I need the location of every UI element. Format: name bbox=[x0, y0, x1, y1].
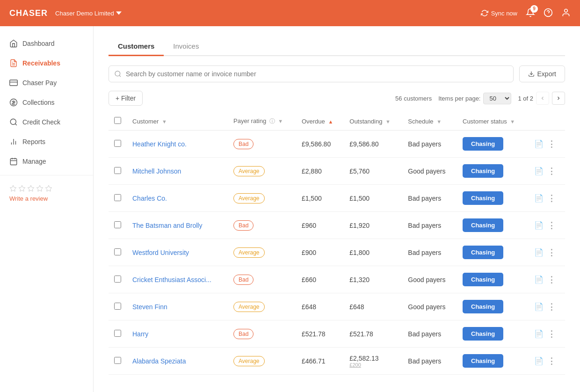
sort-icon-customer[interactable]: ▼ bbox=[162, 119, 167, 124]
sort-icon-overdue[interactable]: ▲ bbox=[328, 119, 333, 124]
svg-rect-5 bbox=[10, 80, 18, 86]
col-overdue: Overdue ▲ bbox=[296, 112, 344, 131]
sidebar-item-collections[interactable]: Collections bbox=[0, 93, 93, 112]
document-icon[interactable]: 📄 bbox=[534, 329, 544, 338]
tab-customers[interactable]: Customers bbox=[109, 37, 164, 56]
sidebar-item-dashboard[interactable]: Dashboard bbox=[0, 34, 93, 53]
customer-link[interactable]: Alabarda Speziata bbox=[132, 357, 186, 365]
schedule-cell: Good payers bbox=[402, 293, 457, 320]
notification-badge: 9 bbox=[530, 5, 538, 13]
sidebar-label-dashboard: Dashboard bbox=[22, 40, 55, 47]
customer-link[interactable]: Cricket Enthusiast Associ... bbox=[132, 276, 211, 283]
search-input[interactable] bbox=[109, 65, 514, 82]
chasing-button[interactable]: Chasing bbox=[463, 191, 503, 205]
row-checkbox[interactable] bbox=[114, 248, 121, 255]
customer-link[interactable]: Steven Finn bbox=[132, 303, 167, 311]
document-icon[interactable]: 📄 bbox=[534, 302, 544, 311]
customer-link[interactable]: Charles Co. bbox=[132, 195, 167, 202]
more-options-icon[interactable]: ⋮ bbox=[547, 275, 556, 285]
sidebar-item-credit-check[interactable]: Credit Check bbox=[0, 112, 93, 132]
document-icon[interactable]: 📄 bbox=[534, 221, 544, 230]
org-selector[interactable]: Chaser Demo Limited bbox=[55, 10, 122, 17]
select-all-checkbox[interactable] bbox=[114, 117, 121, 124]
document-icon[interactable]: 📄 bbox=[534, 194, 544, 203]
more-options-icon[interactable]: ⋮ bbox=[547, 302, 556, 312]
table-row: The Batsman and Brolly Bad £960 £1,920 B… bbox=[109, 212, 565, 239]
sort-icon-outstanding[interactable]: ▼ bbox=[385, 119, 391, 124]
sidebar-item-manage[interactable]: Manage bbox=[0, 152, 93, 171]
payer-rating-badge: Bad bbox=[233, 139, 254, 149]
chasing-button[interactable]: Chasing bbox=[463, 354, 503, 368]
customer-link[interactable]: Westford University bbox=[132, 249, 189, 256]
more-options-icon[interactable]: ⋮ bbox=[547, 356, 556, 366]
chasing-button[interactable]: Chasing bbox=[463, 137, 503, 151]
sort-icon-payer[interactable]: ▼ bbox=[278, 118, 283, 124]
actions-cell: 📄 ⋮ bbox=[529, 131, 565, 158]
profile-button[interactable] bbox=[561, 8, 571, 19]
sidebar-item-chaser-pay[interactable]: Chaser Pay bbox=[0, 73, 93, 93]
more-options-icon[interactable]: ⋮ bbox=[547, 193, 556, 203]
chasing-button[interactable]: Chasing bbox=[463, 246, 503, 259]
row-checkbox[interactable] bbox=[114, 194, 121, 201]
more-options-icon[interactable]: ⋮ bbox=[547, 166, 556, 176]
prev-page-button[interactable] bbox=[536, 92, 549, 105]
customer-link[interactable]: Heather Knight co. bbox=[132, 140, 187, 148]
row-checkbox-cell bbox=[109, 212, 127, 239]
document-icon[interactable]: 📄 bbox=[534, 248, 544, 257]
sidebar-item-reports[interactable]: Reports bbox=[0, 132, 93, 152]
user-icon bbox=[561, 8, 571, 17]
document-icon[interactable]: 📄 bbox=[534, 139, 544, 148]
row-checkbox[interactable] bbox=[114, 167, 121, 174]
topnav-left: CHASER Chaser Demo Limited bbox=[9, 8, 122, 18]
svg-marker-19 bbox=[19, 185, 25, 191]
sidebar-label-chaser-pay: Chaser Pay bbox=[22, 79, 57, 87]
per-page-select[interactable]: 50 25 100 bbox=[483, 93, 511, 104]
customer-link[interactable]: The Batsman and Brolly bbox=[132, 222, 202, 229]
customer-name-cell: Harry bbox=[127, 320, 228, 348]
page-info: 1 of 2 bbox=[518, 95, 533, 102]
chasing-button[interactable]: Chasing bbox=[463, 164, 503, 178]
table-row: Charles Co. Average £1,500 £1,500 Bad pa… bbox=[109, 185, 565, 212]
chasing-button[interactable]: Chasing bbox=[463, 218, 503, 232]
table-row: Heather Knight co. Bad £9,586.80 £9,586.… bbox=[109, 131, 565, 158]
row-actions: 📄 ⋮ bbox=[534, 247, 559, 258]
outstanding-cell: £1,500 bbox=[344, 185, 402, 212]
overdue-cell: £648 bbox=[296, 293, 344, 320]
sync-button[interactable]: Sync now bbox=[481, 9, 517, 17]
export-button[interactable]: Export bbox=[519, 65, 565, 82]
star-icon-3 bbox=[27, 185, 35, 192]
help-icon bbox=[544, 8, 553, 17]
row-checkbox[interactable] bbox=[114, 276, 121, 283]
help-button[interactable] bbox=[544, 8, 553, 19]
row-checkbox[interactable] bbox=[114, 221, 121, 228]
more-options-icon[interactable]: ⋮ bbox=[547, 329, 556, 339]
sort-icon-status[interactable]: ▼ bbox=[510, 119, 515, 124]
notifications-button[interactable]: 9 bbox=[526, 8, 535, 19]
more-options-icon[interactable]: ⋮ bbox=[547, 139, 556, 149]
customer-link[interactable]: Mitchell Johnson bbox=[132, 167, 181, 175]
tab-invoices[interactable]: Invoices bbox=[164, 37, 208, 56]
chasing-button[interactable]: Chasing bbox=[463, 273, 503, 286]
document-icon[interactable]: 📄 bbox=[534, 167, 544, 175]
sidebar-item-receivables[interactable]: Receivables bbox=[0, 53, 93, 73]
row-checkbox[interactable] bbox=[114, 303, 121, 310]
document-icon[interactable]: 📄 bbox=[534, 275, 544, 284]
schedule-cell: Bad payers bbox=[402, 131, 457, 158]
row-checkbox[interactable] bbox=[114, 140, 121, 147]
document-icon[interactable]: 📄 bbox=[534, 356, 544, 365]
outstanding-cell: £2,582.13£200 bbox=[344, 348, 402, 375]
next-page-button[interactable] bbox=[552, 92, 565, 105]
more-options-icon[interactable]: ⋮ bbox=[547, 247, 556, 258]
schedule-cell: Good payers bbox=[402, 158, 457, 185]
write-review-link[interactable]: Write a review bbox=[9, 195, 84, 202]
filter-button[interactable]: + Filter bbox=[109, 91, 143, 106]
sort-icon-schedule[interactable]: ▼ bbox=[436, 119, 442, 124]
customer-link[interactable]: Harry bbox=[132, 330, 148, 338]
info-icon-payer[interactable]: ⓘ bbox=[269, 118, 275, 124]
more-options-icon[interactable]: ⋮ bbox=[547, 220, 556, 231]
row-checkbox[interactable] bbox=[114, 357, 121, 364]
chasing-button[interactable]: Chasing bbox=[463, 327, 503, 341]
row-checkbox[interactable] bbox=[114, 330, 121, 337]
star-icon-2 bbox=[18, 185, 26, 192]
chasing-button[interactable]: Chasing bbox=[463, 300, 503, 313]
